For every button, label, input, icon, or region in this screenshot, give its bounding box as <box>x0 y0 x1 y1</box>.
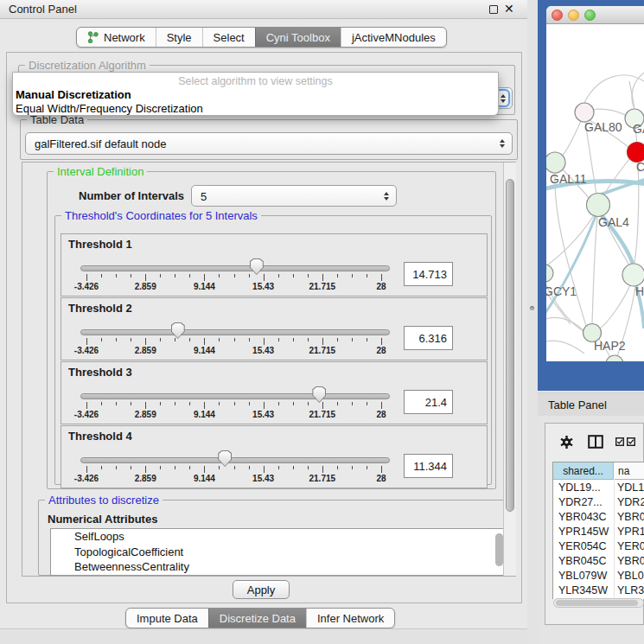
table-row[interactable]: YDL19...YDL1 <box>553 481 644 495</box>
tab-select[interactable]: Select <box>202 28 255 47</box>
window-titlebar[interactable] <box>546 6 644 24</box>
threshold-value-field[interactable]: 11.344 <box>404 454 453 478</box>
network-node[interactable] <box>546 152 565 173</box>
tick-label: 21.715 <box>293 474 352 483</box>
tick-mark <box>264 274 265 281</box>
tick-label: 15.43 <box>234 474 293 483</box>
column-header-1[interactable]: shared... <box>553 462 614 480</box>
list-scrollbar-thumb[interactable] <box>495 533 503 566</box>
slider-thumb[interactable] <box>171 322 185 339</box>
network-node[interactable] <box>575 103 594 122</box>
tick-mark <box>337 338 338 341</box>
network-node[interactable] <box>622 264 644 286</box>
numerical-attributes-list[interactable]: SelfLoopsTopologicalCoefficientBetweenne… <box>50 528 507 576</box>
table-row[interactable]: YBR043CYBR0 <box>553 510 644 525</box>
network-node[interactable] <box>546 265 553 282</box>
tick-mark <box>234 466 235 469</box>
float-window-icon[interactable] <box>489 5 498 14</box>
thumb-face <box>172 323 184 338</box>
network-edge <box>584 75 644 103</box>
table-row[interactable]: YPR145WYPR1 <box>553 525 644 539</box>
tick-mark <box>175 402 175 405</box>
network-branch-icon <box>87 31 99 43</box>
tab-infer-network[interactable]: Infer Network <box>306 609 394 628</box>
control-panel-titlebar: Control Panel ✕ <box>0 0 527 19</box>
tab-cyni-toolbox[interactable]: Cyni Toolbox <box>255 28 341 47</box>
slider-track[interactable] <box>80 265 390 271</box>
panel-title: Control Panel <box>9 0 77 18</box>
attribute-list-item[interactable]: BetweennessCentrality <box>51 559 507 575</box>
number-of-intervals-combobox[interactable]: 5 <box>191 185 397 207</box>
cell-name: YPR1 <box>617 525 644 539</box>
thumb-face <box>251 259 263 274</box>
table-data-combobox[interactable]: galFiltered.sif default node <box>25 132 513 155</box>
apply-button[interactable]: Apply <box>233 580 290 599</box>
tick-mark <box>322 338 323 345</box>
tick-mark <box>308 338 309 341</box>
horizontal-scrollbar[interactable] <box>553 598 644 608</box>
tick-label: 15.43 <box>234 346 293 355</box>
slider-track[interactable] <box>80 329 390 335</box>
network-view-window: GAL80GACGAL11GAL4GCY1HHAP2 <box>538 0 644 391</box>
table-row[interactable]: YBL079WYBL0 <box>553 569 644 583</box>
vertical-scrollbar-thumb[interactable] <box>506 179 514 512</box>
tick-mark <box>160 338 161 341</box>
slider-thumb[interactable] <box>250 258 264 275</box>
network-edge <box>592 216 597 323</box>
table-row[interactable]: YBR045CYBR0 <box>553 554 644 569</box>
thumb-face <box>219 451 231 466</box>
table-row[interactable]: YLR345WYLR3 <box>553 583 644 598</box>
tab-network[interactable]: Network <box>77 28 156 47</box>
tick-label: -3.426 <box>57 282 116 291</box>
network-node[interactable] <box>587 194 610 217</box>
tick-mark <box>189 338 190 341</box>
control-panel-tab-bar: NetworkStyleSelectCyni ToolboxjActiveMNo… <box>76 27 447 48</box>
traffic-light-minimize-icon[interactable] <box>568 10 579 21</box>
checkbox-checked-icon[interactable] <box>627 437 635 446</box>
checkbox-checked-icon[interactable] <box>615 437 624 446</box>
dropdown-option[interactable]: Equal Width/Frequency Discretization <box>13 102 498 116</box>
network-document-window: GAL80GACGAL11GAL4GCY1HHAP2 <box>546 6 644 361</box>
cell-shared-name: YER054C <box>558 539 607 554</box>
attribute-list-item[interactable]: TopologicalCoefficient <box>51 545 507 560</box>
traffic-light-zoom-icon[interactable] <box>584 10 596 21</box>
footer-strip <box>0 628 527 644</box>
threshold-value-field[interactable]: 14.713 <box>404 262 453 286</box>
tick-mark <box>278 274 279 277</box>
gear-icon[interactable] <box>559 435 574 450</box>
attribute-list-item[interactable]: SelfLoops <box>51 529 507 545</box>
column-header-2[interactable]: na <box>615 462 644 480</box>
tick-mark <box>352 274 353 277</box>
network-edge <box>592 109 627 116</box>
network-node[interactable] <box>606 355 623 361</box>
threshold-value-field[interactable]: 21.4 <box>404 390 453 414</box>
threshold-label: Threshold 1 <box>68 238 132 251</box>
slider-track[interactable] <box>80 457 390 463</box>
threshold-value-field[interactable]: 6.316 <box>404 326 453 350</box>
tab-discretize-data[interactable]: Discretize Data <box>208 609 306 628</box>
tick-mark <box>264 402 265 409</box>
slider-track[interactable] <box>80 393 390 399</box>
horizontal-scrollbar-thumb[interactable] <box>556 600 638 606</box>
network-graph[interactable]: GAL80GACGAL11GAL4GCY1HHAP2 <box>546 24 644 361</box>
close-icon[interactable]: ✕ <box>504 0 514 18</box>
dropdown-option[interactable]: Manual Discretization <box>13 88 498 102</box>
slider-thumb[interactable] <box>312 386 326 403</box>
table-row[interactable]: YDR27...YDR2 <box>553 495 644 510</box>
network-edge <box>546 215 594 268</box>
traffic-light-close-icon[interactable] <box>552 10 563 21</box>
table-row[interactable]: YER054CYER0 <box>553 539 644 554</box>
tab-impute-data[interactable]: Impute Data <box>126 609 208 628</box>
split-column-icon[interactable] <box>588 435 603 449</box>
tick-mark <box>101 274 102 277</box>
threshold-panel: Threshold 1-3.4262.8599.14415.4321.71528… <box>61 233 488 296</box>
split-pane-divider[interactable] <box>527 0 538 644</box>
tick-mark <box>308 466 309 469</box>
network-canvas[interactable]: GAL80GACGAL11GAL4GCY1HHAP2 <box>546 24 644 361</box>
tick-mark <box>381 466 382 473</box>
vertical-scrollbar[interactable] <box>503 163 516 576</box>
tab-jactivemnodules[interactable]: jActiveMNodules <box>341 28 446 47</box>
cell-name: YLR3 <box>617 583 644 598</box>
tab-style[interactable]: Style <box>156 28 202 47</box>
slider-thumb[interactable] <box>218 450 232 467</box>
